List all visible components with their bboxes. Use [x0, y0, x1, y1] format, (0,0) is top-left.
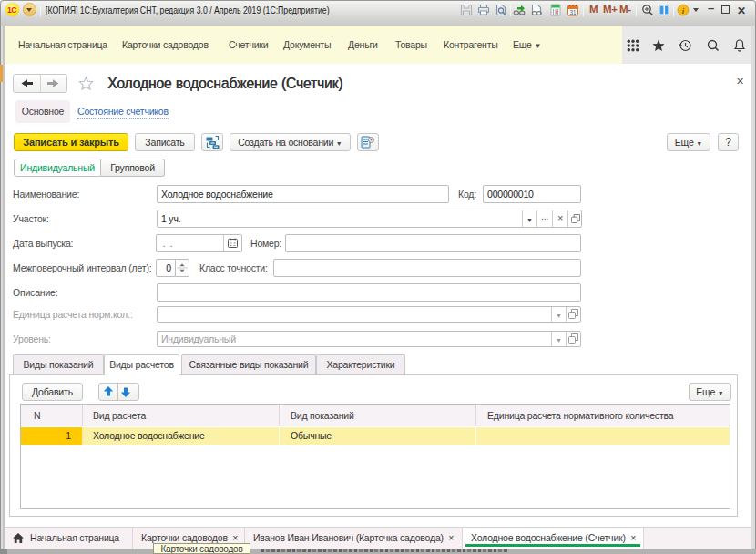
svg-text:31: 31 — [570, 9, 577, 15]
